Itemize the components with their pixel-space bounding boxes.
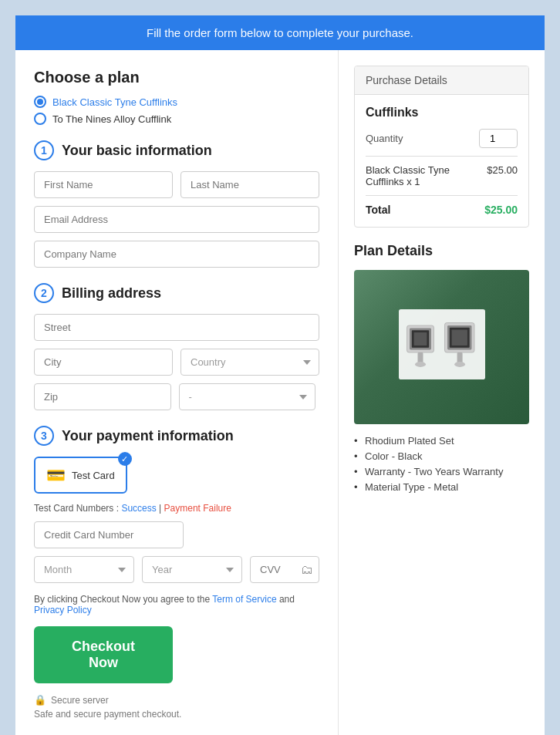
- card-label: Test Card: [72, 470, 115, 481]
- cufflink-illustration: [388, 293, 496, 401]
- pd-total-row: Total $25.00: [366, 204, 518, 216]
- svg-point-6: [415, 362, 426, 367]
- outer-wrapper: Fill the order form below to complete yo…: [15, 15, 545, 735]
- pd-quantity-row: Quantity: [366, 129, 518, 148]
- feature-2: Color - Black: [354, 450, 529, 462]
- pd-item-row: Black Classic Tyne Cufflinks x 1 $25.00: [366, 164, 518, 187]
- radio-1[interactable]: [34, 96, 46, 108]
- street-input[interactable]: [34, 314, 319, 341]
- test-card-prefix: Test Card Numbers :: [34, 503, 121, 514]
- section2-number: 2: [34, 283, 54, 303]
- plan-option-1[interactable]: Black Classic Tyne Cufflinks: [34, 96, 319, 108]
- privacy-link[interactable]: Privacy Policy: [34, 605, 92, 615]
- total-value: $25.00: [484, 204, 518, 216]
- test-card-success-link[interactable]: Success: [121, 503, 156, 514]
- banner-text: Fill the order form below to complete yo…: [147, 26, 413, 39]
- total-label: Total: [366, 204, 390, 216]
- cc-number-input[interactable]: [34, 521, 184, 548]
- city-country-row: Country: [34, 349, 319, 376]
- plan-details-title: Plan Details: [354, 243, 529, 259]
- item-price: $25.00: [487, 164, 518, 187]
- main-container: Choose a plan Black Classic Tyne Cufflin…: [15, 50, 545, 735]
- secure-server: 🔒 Secure server: [34, 694, 319, 706]
- svg-rect-5: [417, 352, 423, 363]
- zip-state-row: -: [34, 383, 319, 410]
- plan-option-2[interactable]: To The Nines Alloy Cufflink: [34, 113, 319, 125]
- choose-plan-title: Choose a plan: [34, 69, 319, 86]
- name-row: [34, 171, 319, 198]
- quantity-label: Quantity: [366, 133, 403, 144]
- cvv-card-icon: 🗂: [301, 563, 313, 577]
- svg-rect-10: [451, 330, 467, 346]
- top-banner: Fill the order form below to complete yo…: [15, 15, 545, 50]
- section3-number: 3: [34, 426, 54, 446]
- purchase-details-header: Purchase Details: [355, 66, 528, 95]
- secure-label: Secure server: [51, 695, 109, 706]
- plan-details-section: Plan Details: [354, 243, 529, 493]
- choose-plan-section: Choose a plan Black Classic Tyne Cufflin…: [34, 69, 319, 125]
- section2-header: 2 Billing address: [34, 283, 319, 303]
- plan-label-1: Black Classic Tyne Cufflinks: [52, 96, 177, 108]
- check-badge: ✓: [118, 452, 132, 466]
- email-input[interactable]: [34, 206, 319, 233]
- cc-number-row: [34, 521, 319, 548]
- item-name: Black Classic Tyne Cufflinks x 1: [366, 164, 487, 187]
- pd-section-title: Cufflinks: [366, 106, 518, 120]
- first-name-input[interactable]: [34, 171, 173, 198]
- last-name-input[interactable]: [180, 171, 319, 198]
- section2-title: Billing address: [62, 285, 161, 302]
- feature-1: Rhodium Plated Set: [354, 435, 529, 447]
- test-card-note: Test Card Numbers : Success | Payment Fa…: [34, 503, 319, 514]
- quantity-input[interactable]: [479, 129, 518, 148]
- terms-text: By clicking Checkout Now you agree to th…: [34, 594, 319, 615]
- section1-number: 1: [34, 140, 54, 160]
- section1-title: Your basic information: [62, 143, 212, 159]
- section3-header: 3 Your payment information: [34, 426, 319, 446]
- credit-card-icon: 💳: [46, 466, 66, 484]
- section3-title: Your payment information: [62, 428, 234, 444]
- purchase-details-body: Cufflinks Quantity Black Classic Tyne Cu…: [355, 95, 528, 227]
- company-input[interactable]: [34, 241, 319, 268]
- svg-rect-11: [457, 352, 462, 363]
- tos-link[interactable]: Term of Service: [212, 594, 276, 605]
- email-row: [34, 206, 319, 233]
- checkout-btn-label: Checkout Now: [72, 639, 135, 670]
- company-row: [34, 241, 319, 268]
- test-card-sep: |: [157, 503, 164, 514]
- city-input[interactable]: [34, 349, 173, 376]
- radio-2[interactable]: [34, 113, 46, 125]
- feature-4: Material Type - Metal: [354, 481, 529, 493]
- pd-divider-2: [366, 195, 518, 196]
- right-panel: Purchase Details Cufflinks Quantity Blac…: [339, 50, 545, 735]
- feature-3: Warranty - Two Years Warranty: [354, 466, 529, 477]
- state-select[interactable]: -: [179, 383, 316, 410]
- terms-middle: and: [277, 594, 295, 605]
- left-panel: Choose a plan Black Classic Tyne Cufflin…: [15, 50, 339, 735]
- plan-label-2: To The Nines Alloy Cufflink: [52, 113, 171, 125]
- country-select[interactable]: Country: [180, 349, 319, 376]
- zip-input[interactable]: [34, 383, 171, 410]
- svg-point-12: [454, 362, 465, 367]
- safe-text: Safe and secure payment checkout.: [34, 709, 319, 720]
- payment-card-box[interactable]: 💳 Test Card ✓: [34, 457, 127, 494]
- checkout-now-button[interactable]: Checkout Now: [34, 626, 173, 683]
- lock-icon: 🔒: [34, 694, 46, 706]
- year-select[interactable]: Year: [142, 556, 242, 583]
- expiry-cvv-row: Month Year 🗂: [34, 556, 319, 583]
- month-select[interactable]: Month: [34, 556, 134, 583]
- test-card-failure-link[interactable]: Payment Failure: [164, 503, 231, 514]
- street-row: [34, 314, 319, 341]
- purchase-details-box: Purchase Details Cufflinks Quantity Blac…: [354, 66, 529, 228]
- svg-rect-4: [413, 332, 427, 346]
- section1-header: 1 Your basic information: [34, 140, 319, 160]
- terms-prefix: By clicking Checkout Now you agree to th…: [34, 594, 212, 605]
- product-features: Rhodium Plated Set Color - Black Warrant…: [354, 435, 529, 493]
- product-image: [354, 270, 529, 424]
- pd-divider-1: [366, 156, 518, 157]
